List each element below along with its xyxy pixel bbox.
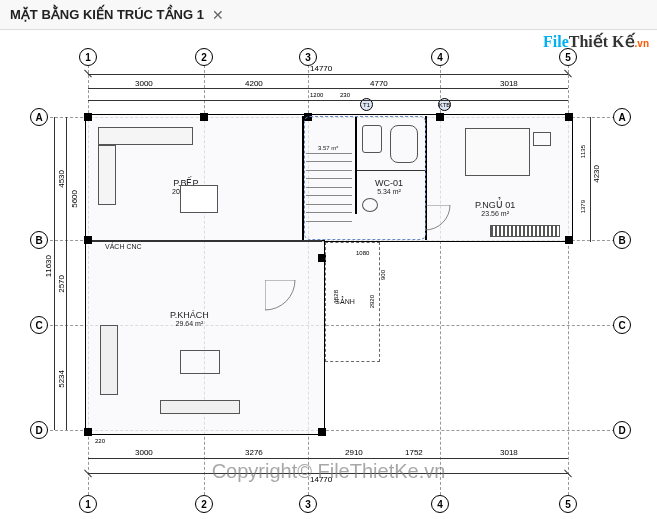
wardrobe: [490, 225, 560, 237]
label-wc: WC-01 5.34 m²: [375, 178, 403, 195]
wall-vach-cnc: [87, 240, 322, 242]
porch-area: [325, 242, 380, 362]
tick: [564, 470, 572, 478]
grid-marker-b-left: B: [30, 231, 48, 249]
staircase: [306, 145, 352, 240]
toilet: [362, 125, 382, 153]
logo-vn: .vn: [635, 38, 649, 49]
dim-left-5600: 5600: [70, 190, 79, 208]
dim-top-1-2: 3000: [135, 79, 153, 88]
dim-left-4530: 4530: [57, 170, 66, 188]
label-khach: P.KHÁCH 29.64 m²: [170, 310, 209, 327]
logo-thiet: Thiết: [569, 33, 612, 50]
dim-900: 900: [380, 270, 386, 280]
dim-left-5234: 5234: [57, 370, 66, 388]
column: [84, 428, 92, 436]
dim-line-bot-seg: [88, 458, 568, 459]
watermark-logo: FileThiết Kế.vn: [543, 32, 649, 51]
door-arc-icon: [265, 280, 305, 320]
dim-220: 220: [95, 438, 105, 444]
grid-marker-d-right: D: [613, 421, 631, 439]
room-area: 23.56 m²: [475, 210, 515, 217]
label-vach: VÁCH CNC: [105, 243, 142, 250]
door-arc-icon: [425, 205, 455, 235]
dining-table: [180, 185, 218, 213]
tick: [84, 470, 92, 478]
grid-marker-c-left: C: [30, 316, 48, 334]
dim-line-left-total: [54, 117, 55, 430]
dim-bot-3000: 3000: [135, 448, 153, 457]
grid-marker-1-top: 1: [79, 48, 97, 66]
dim-line-left-seg: [66, 117, 67, 430]
tick: [84, 70, 92, 78]
tab-bar: MẶT BẰNG KIẾN TRÚC TẦNG 1 ✕: [0, 0, 657, 30]
grid-marker-4-top: 4: [431, 48, 449, 66]
grid-marker-b-right: B: [613, 231, 631, 249]
bathtub: [390, 125, 418, 163]
dim-bot-1752: 1752: [405, 448, 423, 457]
dim-line-top-seg: [88, 88, 568, 89]
dim-right-4230: 4230: [592, 165, 601, 183]
room-name: P.NGỦ 01: [475, 200, 515, 210]
label-stair-area: 3.57 m²: [318, 145, 338, 151]
dim-line-bot-total: [88, 473, 568, 474]
tick: [564, 70, 572, 78]
dim-1200: 1200: [310, 92, 323, 98]
dim-4770: 4770: [370, 79, 388, 88]
room-name: WC-01: [375, 178, 403, 188]
dim-bot-2910: 2910: [345, 448, 363, 457]
column: [318, 428, 326, 436]
logo-ke: Kế: [612, 33, 634, 50]
grid-marker-d-left: D: [30, 421, 48, 439]
drawing-canvas[interactable]: FileThiết Kế.vn 1 1 2 2 3 3 4 4 5 5 A A …: [0, 30, 657, 519]
grid-marker-4-bot: 4: [431, 495, 449, 513]
close-icon[interactable]: ✕: [212, 7, 224, 23]
grid-marker-a-left: A: [30, 108, 48, 126]
grid-marker-5-bot: 5: [559, 495, 577, 513]
dim-230: 230: [340, 92, 350, 98]
dim-left-2570: 2570: [57, 275, 66, 293]
dim-3018: 3018: [500, 79, 518, 88]
dim-line-top-3: [88, 100, 568, 101]
dim-right-1135: 1135: [580, 145, 586, 158]
room-name: P.KHÁCH: [170, 310, 209, 320]
dim-bot-3276: 3276: [245, 448, 263, 457]
column: [565, 236, 573, 244]
column: [200, 113, 208, 121]
dim-right-1379: 1379: [580, 200, 586, 213]
kitchen-counter: [98, 127, 193, 145]
logo-file: File: [543, 33, 569, 50]
dim-line-top-total: [88, 74, 568, 75]
grid-marker-2-top: 2: [195, 48, 213, 66]
dim-bot-total: 14770: [310, 475, 332, 484]
kitchen-counter-l: [98, 145, 116, 205]
sofa-l: [100, 325, 118, 395]
dim-bot-3018b: 3018: [500, 448, 518, 457]
grid-marker-3-bot: 3: [299, 495, 317, 513]
dim-line-right: [590, 117, 591, 242]
sink: [362, 198, 378, 212]
grid-marker-1-bot: 1: [79, 495, 97, 513]
column: [565, 113, 573, 121]
room-area: 5.34 m²: [375, 188, 403, 195]
column: [84, 113, 92, 121]
dim-left-total: 11630: [44, 255, 53, 277]
label-ngu: P.NGỦ 01 23.56 m²: [475, 200, 515, 217]
grid-marker-a-right: A: [613, 108, 631, 126]
tv-console: [160, 400, 240, 414]
coffee-table: [180, 350, 220, 374]
grid-marker-c-right: C: [613, 316, 631, 334]
dim-top-total: 14770: [310, 64, 332, 73]
room-area: 29.64 m²: [170, 320, 209, 327]
bed: [465, 128, 530, 176]
dim-top-2-3: 4200: [245, 79, 263, 88]
column: [84, 236, 92, 244]
nightstand: [533, 132, 551, 146]
grid-marker-2-bot: 2: [195, 495, 213, 513]
tab-title: MẶT BẰNG KIẾN TRÚC TẦNG 1: [10, 7, 204, 22]
column: [436, 113, 444, 121]
